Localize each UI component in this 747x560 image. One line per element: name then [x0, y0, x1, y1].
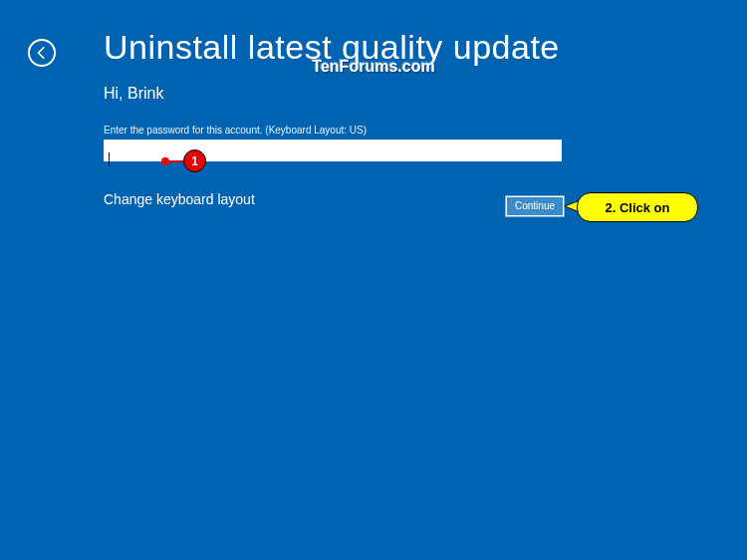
arrow-left-icon — [35, 46, 49, 60]
instruction-text: Enter the password for this account. (Ke… — [104, 125, 562, 136]
continue-button[interactable]: Continue — [506, 196, 564, 216]
change-keyboard-layout-link[interactable]: Change keyboard layout — [104, 191, 562, 207]
annotation-step-1-badge: 1 — [183, 149, 206, 172]
page-title: Uninstall latest quality update — [104, 28, 560, 67]
main-content: Hi, Brink Enter the password for this ac… — [104, 85, 562, 207]
annotation-step-2-callout: 2. Click on — [577, 192, 698, 222]
back-button[interactable] — [28, 39, 56, 67]
password-input[interactable] — [104, 140, 562, 161]
greeting-text: Hi, Brink — [104, 85, 562, 103]
